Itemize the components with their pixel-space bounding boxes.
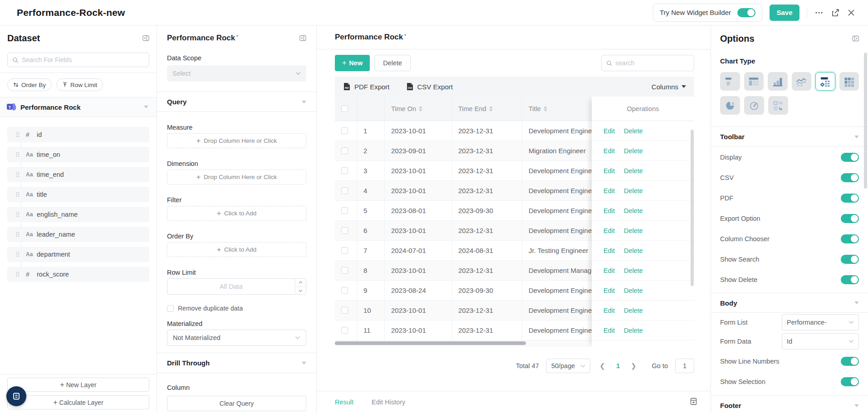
body-section-header[interactable]: Body	[711, 293, 868, 313]
edit-link[interactable]: Edit	[603, 187, 615, 194]
edit-link[interactable]: Edit	[603, 327, 615, 334]
drag-handle-icon[interactable]	[16, 132, 20, 137]
page-size-select[interactable]: 50/page	[546, 359, 590, 373]
edit-link[interactable]: Edit	[603, 147, 615, 155]
delete-link[interactable]: Delete	[624, 227, 643, 234]
expand-panel-icon[interactable]	[690, 398, 697, 407]
chart-type-bar-chart[interactable]	[768, 72, 788, 91]
delete-link[interactable]: Delete	[624, 327, 643, 334]
row-checkbox[interactable]	[341, 147, 348, 154]
edit-link[interactable]: Edit	[603, 267, 615, 274]
save-button[interactable]: Save	[770, 5, 799, 21]
field-row-title[interactable]: Aa title	[7, 187, 149, 202]
sort-icon[interactable]	[544, 106, 547, 112]
edit-link[interactable]: Edit	[603, 167, 615, 175]
toggle-show-selection[interactable]	[841, 377, 859, 386]
sort-icon[interactable]	[419, 106, 422, 112]
time-on-header[interactable]: Time On	[385, 97, 452, 121]
row-limit-input[interactable]	[167, 279, 295, 294]
edit-link[interactable]: Edit	[603, 347, 615, 347]
drill-through-section-header[interactable]: Drill Through	[157, 353, 316, 373]
chart-type-pivot-grid[interactable]	[839, 72, 859, 91]
calculate-layer-button[interactable]: + Calculate Layer	[7, 395, 149, 409]
row-checkbox[interactable]	[341, 207, 348, 214]
dataset-search[interactable]	[7, 53, 149, 67]
dataset-row[interactable]: T Performance Rock	[0, 97, 157, 117]
form-data-select[interactable]: Id	[782, 333, 859, 350]
toggle-column-chooser[interactable]	[841, 234, 859, 243]
current-page[interactable]: 1	[614, 362, 622, 369]
field-row-time_end[interactable]: Aa time_end	[7, 167, 149, 182]
remove-duplicate-checkbox[interactable]	[167, 305, 174, 312]
row-limit-button[interactable]: Row Limit	[56, 78, 103, 91]
drag-handle-icon[interactable]	[16, 272, 20, 277]
next-page-button[interactable]: ❯	[629, 362, 638, 370]
row-checkbox[interactable]	[341, 187, 348, 194]
more-options-icon[interactable]	[814, 8, 824, 17]
field-row-department[interactable]: Aa department	[7, 247, 149, 262]
measure-drop-zone[interactable]: + Drop Column Here or Click	[167, 133, 306, 148]
chart-type-gauge[interactable]	[744, 96, 764, 115]
stepper-down-icon[interactable]	[295, 287, 306, 295]
field-row-rock_score[interactable]: # rock_score	[7, 267, 149, 282]
try-new-widget-builder-toggle[interactable]	[737, 8, 755, 17]
drag-handle-icon[interactable]	[16, 192, 20, 197]
collapse-panel-icon[interactable]	[299, 35, 306, 41]
query-section-header[interactable]: Query	[157, 92, 316, 112]
time-end-header[interactable]: Time End	[452, 97, 522, 121]
drag-handle-icon[interactable]	[16, 212, 20, 217]
stepper-up-icon[interactable]	[295, 279, 306, 287]
delete-records-button[interactable]: Delete	[374, 55, 411, 71]
tab-result[interactable]: Result	[335, 398, 353, 406]
drag-handle-icon[interactable]	[16, 232, 20, 237]
delete-link[interactable]: Delete	[624, 187, 643, 194]
prev-page-button[interactable]: ❮	[598, 362, 607, 370]
row-checkbox[interactable]	[341, 247, 348, 254]
order-by-add-zone[interactable]: + Click to Add	[167, 242, 306, 257]
collapse-panel-icon[interactable]	[142, 35, 149, 41]
toggle-csv[interactable]	[841, 173, 859, 182]
horizontal-scrollbar[interactable]	[335, 341, 526, 345]
delete-link[interactable]: Delete	[624, 307, 643, 314]
toolbar-section-header[interactable]: Toolbar	[711, 127, 868, 147]
toggle-show-delete[interactable]	[841, 275, 859, 284]
row-checkbox[interactable]	[341, 227, 348, 234]
column-chooser-dropdown[interactable]: Columns	[652, 83, 686, 91]
field-row-leader_name[interactable]: Aa leader_name	[7, 227, 149, 242]
chat-assistant-button[interactable]	[6, 386, 26, 406]
field-row-english_name[interactable]: Aa english_name	[7, 207, 149, 222]
dataset-search-input[interactable]	[22, 56, 144, 63]
row-checkbox[interactable]	[341, 127, 348, 134]
share-icon[interactable]	[831, 8, 840, 17]
toggle-pdf[interactable]	[841, 194, 859, 203]
chart-type-layout[interactable]	[768, 96, 788, 115]
edit-link[interactable]: Edit	[603, 127, 615, 135]
order-by-button[interactable]: Order By	[7, 78, 52, 91]
chart-type-number-card[interactable]: #	[720, 72, 740, 91]
drag-handle-icon[interactable]	[16, 152, 20, 157]
sort-icon[interactable]	[489, 106, 493, 112]
table-search-input[interactable]	[615, 59, 689, 67]
chart-type-line-chart[interactable]	[792, 72, 812, 91]
data-scope-select[interactable]: Select	[167, 65, 306, 82]
delete-link[interactable]: Delete	[624, 347, 643, 347]
edit-link[interactable]: Edit	[603, 307, 615, 314]
edit-link[interactable]: Edit	[603, 287, 615, 294]
goto-page-input[interactable]	[675, 359, 694, 373]
new-layer-button[interactable]: + New Layer	[7, 378, 149, 392]
select-all-checkbox[interactable]	[341, 105, 348, 112]
row-checkbox[interactable]	[341, 167, 348, 174]
footer-section-header[interactable]: Footer	[711, 395, 868, 413]
delete-link[interactable]: Delete	[624, 247, 643, 254]
row-checkbox[interactable]	[341, 327, 348, 334]
materialized-select[interactable]: Not Materialized	[167, 330, 306, 346]
delete-link[interactable]: Delete	[624, 127, 643, 135]
row-checkbox[interactable]	[341, 287, 348, 294]
field-row-time_on[interactable]: Aa time_on	[7, 147, 149, 162]
close-icon[interactable]	[847, 9, 855, 17]
dimension-drop-zone[interactable]: + Drop Column Here or Click	[167, 170, 306, 185]
drag-handle-icon[interactable]	[16, 252, 20, 257]
form-list-select[interactable]: Performance-	[782, 314, 859, 330]
chart-type-pie-chart[interactable]	[720, 96, 740, 115]
edit-link[interactable]: Edit	[603, 227, 615, 234]
